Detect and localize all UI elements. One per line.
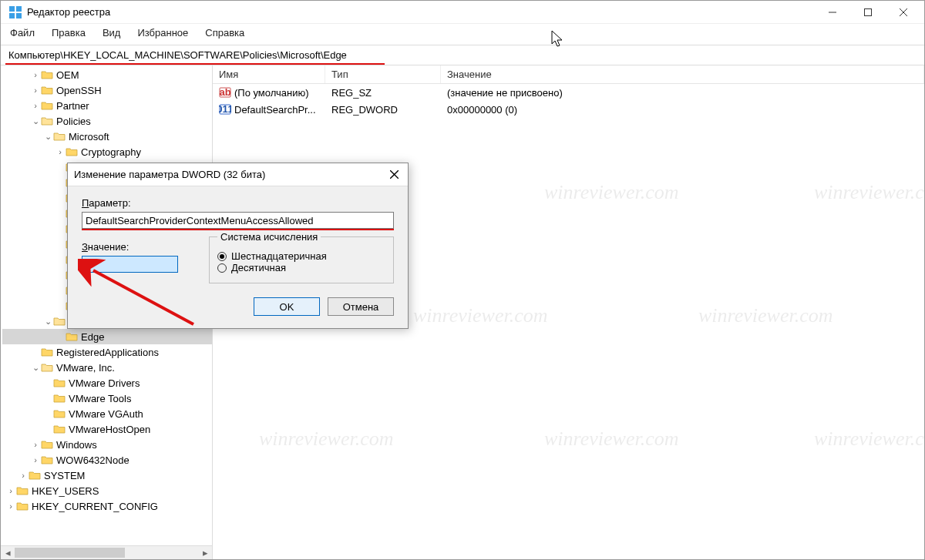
- menu-file[interactable]: Файл: [8, 25, 36, 40]
- tree-item-label: VMware VGAuth: [69, 408, 143, 420]
- tree-item[interactable]: VMware VGAuth: [2, 406, 212, 421]
- folder-icon: [16, 500, 29, 512]
- address-input[interactable]: [7, 49, 918, 62]
- tree-item[interactable]: Edge: [2, 329, 212, 344]
- string-value-icon: ab: [219, 86, 231, 99]
- base-group-label: Система исчисления: [217, 231, 321, 243]
- minimize-button[interactable]: [815, 1, 850, 24]
- cancel-button[interactable]: Отмена: [328, 297, 394, 316]
- window-title: Редактор реестра: [27, 6, 110, 18]
- col-header-type[interactable]: Тип: [325, 65, 441, 83]
- close-button[interactable]: [886, 1, 921, 24]
- twisty-icon[interactable]: ›: [30, 86, 41, 95]
- tree-item[interactable]: › Windows: [2, 437, 212, 452]
- folder-icon: [41, 99, 53, 112]
- value-data: 0x00000000 (0): [441, 104, 924, 116]
- tree-item[interactable]: ⌄ VMware, Inc.: [2, 360, 212, 375]
- tree-item-label: Policies: [56, 116, 91, 127]
- menu-bar: Файл Правка Вид Избранное Справка: [1, 24, 924, 45]
- tree-item-label: VMwareHostOpen: [69, 424, 150, 435]
- tree-item-label: VMware Tools: [69, 393, 131, 404]
- tree-item[interactable]: › OEM: [2, 67, 212, 82]
- value-type: REG_DWORD: [325, 104, 441, 116]
- tree-item[interactable]: VMwareHostOpen: [2, 421, 212, 437]
- twisty-icon[interactable]: ›: [30, 440, 41, 449]
- twisty-icon[interactable]: ›: [30, 70, 41, 79]
- folder-icon: [53, 315, 66, 327]
- twisty-icon[interactable]: ›: [5, 501, 16, 511]
- value-row[interactable]: ab (По умолчанию) REG_SZ (значение не пр…: [213, 84, 924, 101]
- ok-button[interactable]: OK: [254, 297, 320, 316]
- tree-item-label: Windows: [56, 439, 97, 451]
- folder-icon: [41, 69, 53, 81]
- dialog-close-button[interactable]: [380, 163, 408, 186]
- folder-icon: [53, 130, 66, 143]
- tree-item-label: WOW6432Node: [56, 454, 130, 466]
- folder-icon: [41, 454, 53, 466]
- twisty-icon[interactable]: ›: [5, 486, 16, 495]
- dword-value-icon: 011: [219, 103, 231, 116]
- values-rows: ab (По умолчанию) REG_SZ (значение не пр…: [213, 84, 924, 118]
- value-name: DefaultSearchPr...: [234, 104, 316, 116]
- radio-hex[interactable]: Шестнадцатеричная: [217, 250, 385, 262]
- tree-item[interactable]: ⌄ Microsoft: [2, 129, 212, 144]
- tree-item-label: Microsoft: [69, 131, 109, 143]
- dialog-titlebar[interactable]: Изменение параметра DWORD (32 бита): [68, 163, 408, 186]
- menu-favorites[interactable]: Избранное: [136, 25, 190, 40]
- twisty-icon[interactable]: ⌄: [42, 317, 53, 327]
- titlebar: Редактор реестра: [1, 1, 924, 24]
- folder-icon: [53, 407, 66, 420]
- tree-item[interactable]: › HKEY_CURRENT_CONFIG: [2, 498, 212, 514]
- scroll-right-icon[interactable]: ▸: [198, 546, 212, 559]
- tree-item[interactable]: › OpenSSH: [2, 82, 212, 98]
- tree-item-label: Edge: [81, 331, 104, 343]
- folder-icon: [16, 485, 29, 497]
- menu-help[interactable]: Справка: [204, 25, 246, 40]
- menu-edit[interactable]: Правка: [50, 25, 87, 40]
- value-type: REG_SZ: [325, 87, 441, 99]
- dialog-name-label: Параметр:: [82, 197, 394, 209]
- twisty-icon[interactable]: ›: [30, 101, 41, 110]
- menu-view[interactable]: Вид: [101, 25, 123, 40]
- col-header-name[interactable]: Имя: [213, 65, 325, 83]
- tree-horizontal-scrollbar[interactable]: ◂ ▸: [1, 545, 212, 559]
- twisty-icon[interactable]: ›: [30, 455, 41, 464]
- tree-item[interactable]: VMware Tools: [2, 391, 212, 406]
- tree-item-label: OEM: [56, 69, 79, 81]
- folder-icon: [53, 423, 66, 435]
- tree-item-label: HKEY_CURRENT_CONFIG: [32, 501, 158, 512]
- folder-icon: [41, 115, 53, 127]
- radio-dec[interactable]: Десятичная: [217, 262, 385, 273]
- dialog-title: Изменение параметра DWORD (32 бита): [74, 169, 380, 180]
- dialog-name-input[interactable]: [82, 212, 394, 229]
- app-icon: [8, 5, 22, 19]
- dialog-body: Параметр: Значение: Система исчисления: [68, 186, 408, 328]
- tree-item-label: VMware, Inc.: [56, 362, 115, 374]
- twisty-icon[interactable]: ⌄: [30, 116, 41, 126]
- svg-rect-1: [16, 6, 22, 12]
- value-name: (По умолчанию): [234, 87, 309, 99]
- tree-item-label: RegisteredApplications: [56, 347, 159, 358]
- scroll-left-icon[interactable]: ◂: [1, 546, 15, 559]
- tree-item[interactable]: › SYSTEM: [2, 468, 212, 483]
- value-row[interactable]: 011 DefaultSearchPr... REG_DWORD 0x00000…: [213, 101, 924, 118]
- twisty-icon[interactable]: ⌄: [30, 363, 41, 373]
- maximize-button[interactable]: [850, 1, 886, 24]
- annotation-underline-address: [5, 63, 385, 65]
- tree-item[interactable]: VMware Drivers: [2, 375, 212, 391]
- tree-item[interactable]: › HKEY_USERS: [2, 483, 212, 498]
- dialog-value-input[interactable]: [82, 256, 178, 273]
- tree-item[interactable]: ⌄ Policies: [2, 113, 212, 129]
- col-header-data[interactable]: Значение: [441, 65, 924, 83]
- folder-icon: [66, 146, 78, 158]
- tree-item[interactable]: RegisteredApplications: [2, 344, 212, 360]
- tree-item[interactable]: › WOW6432Node: [2, 452, 212, 468]
- folder-icon: [29, 469, 41, 481]
- tree-item[interactable]: › Cryptography: [2, 144, 212, 159]
- value-data: (значение не присвоено): [441, 87, 924, 99]
- twisty-icon[interactable]: ›: [18, 471, 29, 480]
- annotation-underline-paramname: [82, 229, 394, 230]
- twisty-icon[interactable]: ⌄: [42, 132, 53, 142]
- twisty-icon[interactable]: ›: [55, 147, 66, 156]
- tree-item[interactable]: › Partner: [2, 98, 212, 113]
